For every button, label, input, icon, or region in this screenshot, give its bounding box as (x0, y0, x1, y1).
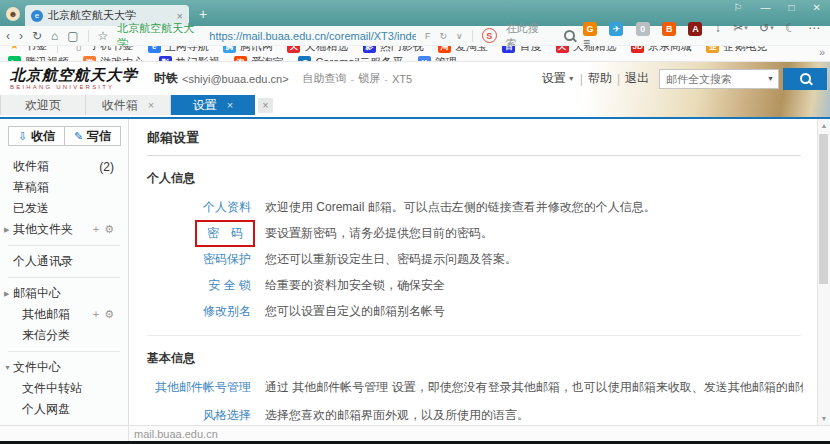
back-icon[interactable]: ‹ (6, 29, 10, 43)
bird-icon[interactable]: ✈ (609, 22, 624, 36)
bookmark-jd[interactable]: JD 京东商城 (631, 46, 692, 54)
close-window-button[interactable]: ✕ (804, 0, 830, 15)
bookmark-taobao[interactable]: 淘 爱淘宝 (438, 46, 488, 54)
sidebar-item-sent[interactable]: 已发送 (0, 198, 128, 219)
tab-close-stub[interactable]: × (258, 98, 273, 113)
bookmark-baidu[interactable]: 百 百度 (502, 46, 541, 54)
logout-link[interactable]: 退出 (625, 70, 649, 87)
page-title: 邮箱设置 (147, 129, 803, 147)
bookmark-penguin-esports[interactable]: 企 企鹅电竞 (706, 46, 767, 54)
beihang-logo: 北京航空航天大学 BEIHANG UNIVERSITY (10, 68, 138, 90)
settings-item-link[interactable]: 密码保护 (203, 252, 251, 266)
settings-item-link[interactable]: 其他邮件帐号管理 (155, 380, 251, 394)
mail-search-button[interactable] (783, 68, 827, 90)
tab-welcome[interactable]: 欢迎页 (0, 95, 86, 115)
sidebar-item-mail-filters[interactable]: 来信分类 (0, 325, 128, 346)
settings-item-row: 风格选择 选择您喜欢的邮箱界面外观，以及所使用的语言。 (147, 407, 803, 424)
scrollbar-thumb[interactable] (819, 134, 828, 284)
address-extra-icon-f[interactable]: F (425, 31, 431, 41)
address-dropdown-icon[interactable]: ∨ (456, 31, 463, 41)
settings-item-link[interactable]: 风格选择 (203, 408, 251, 422)
bookmark-movies-3[interactable]: 影 热门影视 (159, 55, 220, 63)
favorite-star-icon[interactable]: ☆ (98, 29, 109, 43)
bookmark-movies[interactable]: 影 热门影视 (363, 46, 424, 54)
section-divider (147, 335, 801, 336)
sidebar-item-file-transfer[interactable]: 文件中转站 (0, 378, 128, 399)
browser-profile-avatar[interactable]: ☻ (6, 7, 20, 21)
screenshot-scissors-icon[interactable]: ✂ ▾ (733, 21, 748, 35)
version-link[interactable]: XT5 (392, 73, 412, 85)
chevron-right-icon[interactable]: ▶ (4, 226, 9, 234)
receive-mail-button[interactable]: ⇩ 收信 (8, 126, 65, 146)
refresh-icon[interactable]: ↻ (32, 29, 42, 43)
bookmark-tencent[interactable]: 腾 腾讯网 (223, 46, 273, 54)
scroll-up-icon[interactable]: ▲ (818, 122, 830, 129)
bookmark-nav[interactable]: e 上网导航 (148, 46, 209, 54)
maximize-button[interactable]: □ (780, 0, 804, 15)
compose-mail-button[interactable]: ✎ 写信 (65, 126, 121, 146)
tab-settings[interactable]: 设置 × (171, 95, 255, 115)
tab-inbox[interactable]: 收件箱 × (86, 95, 171, 115)
bookmark-mobile[interactable]: ▯ 手机书签 (72, 46, 133, 53)
bookmark-favicon: ▯ (72, 46, 85, 52)
chevron-right-icon[interactable]: ▶ (4, 290, 9, 298)
sidebar-item-inbox[interactable]: 收件箱 (2) (0, 156, 128, 177)
download-icon[interactable]: ↓ (715, 21, 722, 35)
settings-menu-link[interactable]: 设置 (542, 70, 566, 87)
bookmark-taobao-2[interactable]: 淘 爱淘宝 (234, 55, 284, 63)
sidebar-item-contacts[interactable]: 个人通讯录 (0, 251, 128, 272)
pdf-icon[interactable]: A (688, 22, 703, 36)
bookmark-star[interactable]: ★ 书签 (8, 46, 58, 53)
settings-item-link[interactable]: 修改别名 (203, 304, 251, 318)
folder-settings-gear-icon[interactable]: ⚙ (104, 223, 114, 236)
header-links: 自助查询 - 锁屏 - XT5 (303, 71, 413, 86)
sidebar-item-other-folders[interactable]: ▶ 其他文件夹 + ⚙ (0, 219, 128, 240)
settings-item-link[interactable]: 安 全 锁 (208, 278, 251, 292)
feedback-icon[interactable]: ⚐ (725, 0, 752, 15)
add-folder-button[interactable]: + (93, 223, 99, 236)
add-account-button[interactable]: + (93, 308, 99, 321)
qq-offline-icon[interactable]: 0 (636, 22, 651, 36)
bookmark-label: 京东商城 (648, 46, 692, 54)
scroll-down-icon[interactable]: ▼ (818, 415, 830, 422)
bookmark-tencent-video[interactable]: ▶ 腾讯视频 (8, 55, 69, 63)
sidebar-item-personal-disk[interactable]: 个人网盘 (0, 399, 128, 420)
search-scope-caret-icon[interactable]: ▼ (767, 75, 774, 82)
scrollbar[interactable]: ▲ ▼ (817, 119, 830, 425)
shopping-bag-icon[interactable]: B (662, 22, 677, 36)
night-mode-icon[interactable]: ☾ (785, 21, 797, 35)
more-icon[interactable]: ⋯ (808, 21, 821, 35)
close-tab-icon[interactable]: × (148, 99, 154, 111)
lock-screen-link[interactable]: 锁屏 (358, 71, 380, 86)
mail-search-input[interactable] (659, 69, 779, 89)
bookmark-coremail[interactable]: C Coremail云服务平 (298, 55, 403, 63)
sidebar-item-drafts[interactable]: 草稿箱 (0, 177, 128, 198)
settings-item-link[interactable]: 个人资料 (203, 200, 251, 214)
address-compat-icon[interactable]: ↻ (440, 31, 448, 41)
address-url[interactable]: https://mail.buaa.edu.cn/coremail/XT3/in… (209, 30, 416, 42)
user-info: 时铁 <shiyi@buaa.edu.cn> 自助查询 - 锁屏 - XT5 (154, 70, 412, 87)
bookmark-game-center[interactable]: 游 游戏中心 (83, 55, 144, 63)
close-tab-icon[interactable]: × (227, 99, 233, 111)
bookmark-admin[interactable]: ∷ 管理 (418, 55, 457, 63)
bookmarks-overflow-icon[interactable]: » (817, 46, 827, 58)
session-restore-icon[interactable]: ↺ ▾ (759, 21, 774, 35)
sidebar-item-other-accounts[interactable]: 其他邮箱 + ⚙ (0, 304, 128, 325)
home-icon[interactable]: ⌂ (51, 29, 58, 43)
find-on-page-button[interactable] (564, 30, 575, 41)
sidebar-item-file-center[interactable]: ▼ 文件中心 (0, 357, 128, 378)
chevron-down-icon[interactable]: ▼ (4, 364, 11, 371)
account-settings-gear-icon[interactable]: ⚙ (104, 308, 114, 321)
search-engine-icon[interactable]: S (482, 28, 497, 43)
bookmark-tmall-2[interactable]: 天 天猫精选 (556, 46, 617, 54)
minimize-button[interactable]: — (752, 0, 780, 15)
forward-icon[interactable]: › (19, 29, 23, 43)
tab-grid-icon[interactable]: ▢ (67, 29, 78, 43)
settings-item-link[interactable]: 密 码 (195, 220, 255, 247)
sidebar-item-mail-center[interactable]: ▶ 邮箱中心 (0, 283, 128, 304)
bookmark-tmall[interactable]: 天 天猫精选 (287, 46, 348, 54)
self-service-link[interactable]: 自助查询 (303, 71, 347, 86)
game-center-icon[interactable]: G (583, 22, 598, 36)
help-link[interactable]: 帮助 (588, 70, 612, 87)
site-favicon: e (31, 10, 43, 22)
